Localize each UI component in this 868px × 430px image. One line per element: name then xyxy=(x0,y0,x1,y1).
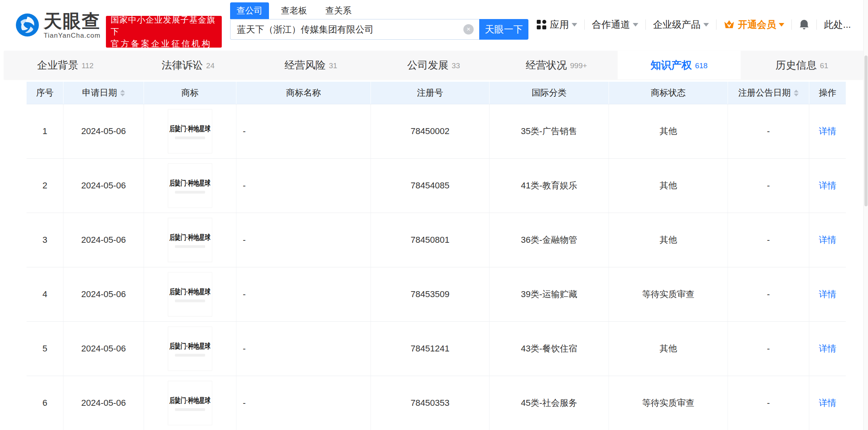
cell-action: 详情 xyxy=(809,322,846,376)
cell-intl-class: 43类-餐饮住宿 xyxy=(490,322,609,376)
nav-enterprise[interactable]: 企业级产品 xyxy=(653,18,709,31)
cell-intl-class: 39类-运输贮藏 xyxy=(490,267,609,321)
page-scrollbar[interactable] xyxy=(863,0,868,430)
cell-apply-date: 2024-05-06 xyxy=(63,267,144,321)
cell-apply-date: 2024-05-06 xyxy=(63,322,144,376)
sort-icon[interactable] xyxy=(120,90,125,96)
trademark-image[interactable]: 后陡门·种地星球 xyxy=(168,218,212,262)
trademark-image[interactable]: 后陡门·种地星球 xyxy=(168,109,212,154)
search-tab-company[interactable]: 查公司 xyxy=(230,2,269,19)
tab-count: 31 xyxy=(329,61,337,70)
logo-text[interactable]: 天眼查 TianYanCha.com xyxy=(44,11,101,40)
search-tab-relation[interactable]: 查关系 xyxy=(319,2,358,19)
tianyancha-trademark-page: 天眼查 TianYanCha.com 国家中小企业发展子基金旗下 官方备案企业征… xyxy=(0,0,868,430)
nav-partner[interactable]: 合作通道 xyxy=(592,18,638,31)
cell-status: 其他 xyxy=(609,104,728,158)
table-row: 1 2024-05-06 后陡门·种地星球 - 78450002 35类-广告销… xyxy=(27,104,846,159)
col-header-trademark: 商标 xyxy=(144,82,236,104)
trademark-image[interactable]: 后陡门·种地星球 xyxy=(168,163,212,208)
cell-reg-no: 78454085 xyxy=(371,159,490,213)
site-header: 天眼查 TianYanCha.com 国家中小企业发展子基金旗下 官方备案企业征… xyxy=(0,0,868,50)
col-header-announce-date[interactable]: 注册公告日期 xyxy=(728,82,809,104)
cell-apply-date: 2024-05-06 xyxy=(63,104,144,158)
cell-trademark-name: - xyxy=(236,322,371,376)
cell-status: 等待实质审查 xyxy=(609,376,728,430)
cell-trademark: 后陡门·种地星球 xyxy=(144,376,236,430)
cell-intl-class: 35类-广告销售 xyxy=(490,104,609,158)
badge-line2: 官方备案企业征信机构 xyxy=(111,38,217,50)
detail-link[interactable]: 详情 xyxy=(819,180,836,192)
cell-announce-date: - xyxy=(728,104,809,158)
cell-index: 2 xyxy=(27,159,63,213)
cell-apply-date: 2024-05-06 xyxy=(63,213,144,267)
crown-icon xyxy=(724,19,735,30)
trademark-watermark xyxy=(175,245,205,248)
cell-announce-date: - xyxy=(728,322,809,376)
divider xyxy=(791,19,792,30)
cell-trademark: 后陡门·种地星球 xyxy=(144,322,236,376)
table-row: 4 2024-05-06 后陡门·种地星球 - 78453509 39类-运输贮… xyxy=(27,267,846,322)
tab-history-info[interactable]: 历史信息 61 xyxy=(741,51,863,79)
tab-label: 经营状况 xyxy=(526,58,567,72)
clear-search-icon[interactable]: × xyxy=(463,24,474,35)
cell-apply-date: 2024-05-06 xyxy=(63,159,144,213)
search-area: 查公司 查老板 查关系 × 天眼一下 xyxy=(230,4,528,40)
tianyancha-logo-icon[interactable] xyxy=(16,13,39,36)
tab-count: 618 xyxy=(695,61,708,70)
cell-status: 其他 xyxy=(609,213,728,267)
chevron-down-icon xyxy=(779,23,784,27)
cell-trademark: 后陡门·种地星球 xyxy=(144,267,236,321)
tab-count: 61 xyxy=(820,61,828,70)
search-tab-boss[interactable]: 查老板 xyxy=(275,2,313,19)
cell-announce-date: - xyxy=(728,376,809,430)
cell-trademark: 后陡门·种地星球 xyxy=(144,213,236,267)
top-nav: 应用 合作通道 企业级产品 开通会员 xyxy=(536,15,868,34)
tab-legal-litigation[interactable]: 法律诉讼 24 xyxy=(127,51,249,79)
col-label: 注册公告日期 xyxy=(738,87,791,99)
cell-trademark: 后陡门·种地星球 xyxy=(144,104,236,158)
trademark-image[interactable]: 后陡门·种地星球 xyxy=(168,326,212,371)
detail-link[interactable]: 详情 xyxy=(819,234,836,246)
trademark-image[interactable]: 后陡门·种地星球 xyxy=(168,381,212,425)
col-header-apply-date[interactable]: 申请日期 xyxy=(63,82,144,104)
tab-company-development[interactable]: 公司发展 33 xyxy=(372,51,495,79)
detail-link[interactable]: 详情 xyxy=(819,397,836,409)
tab-operation-status[interactable]: 经营状况 999+ xyxy=(495,51,618,79)
divider xyxy=(645,19,646,30)
chevron-down-icon xyxy=(572,23,577,27)
detail-link[interactable]: 详情 xyxy=(819,125,836,137)
trademark-image-text: 后陡门·种地星球 xyxy=(169,124,210,134)
gov-certification-badge: 国家中小企业发展子基金旗下 官方备案企业征信机构 xyxy=(106,16,222,48)
scrollbar-thumb[interactable] xyxy=(864,56,868,206)
nav-open-member[interactable]: 开通会员 xyxy=(724,18,784,31)
cell-status: 其他 xyxy=(609,322,728,376)
cell-status: 等待实质审查 xyxy=(609,267,728,321)
divider xyxy=(716,19,716,30)
cell-trademark-name: - xyxy=(236,159,371,213)
user-menu[interactable]: 此处... xyxy=(824,18,868,31)
col-header-trademark-name: 商标名称 xyxy=(236,82,371,104)
tab-label: 法律诉讼 xyxy=(162,58,203,72)
tab-count: 999+ xyxy=(570,61,587,70)
detail-link[interactable]: 详情 xyxy=(819,343,836,355)
tab-company-background[interactable]: 企业背景 112 xyxy=(4,51,127,79)
nav-apps[interactable]: 应用 xyxy=(536,18,577,31)
detail-link[interactable]: 详情 xyxy=(819,288,836,300)
trademark-image[interactable]: 后陡门·种地星球 xyxy=(168,272,212,317)
search-input[interactable] xyxy=(230,19,479,40)
cell-index: 1 xyxy=(27,104,63,158)
tab-count: 33 xyxy=(451,61,460,70)
table-header-row: 序号 申请日期 商标 商标名称 注册号 国际分类 商标状态 注册公告日期 操作 xyxy=(27,82,846,104)
tab-intellectual-property[interactable]: 知识产权 618 xyxy=(618,51,740,79)
trademark-image-text: 后陡门·种地星球 xyxy=(169,287,210,297)
sort-icon[interactable] xyxy=(794,90,799,96)
cell-index: 5 xyxy=(27,322,63,376)
cell-intl-class: 36类-金融物管 xyxy=(490,213,609,267)
notification-bell[interactable] xyxy=(799,19,809,30)
cell-announce-date: - xyxy=(728,159,809,213)
cell-reg-no: 78451241 xyxy=(371,322,490,376)
nav-apps-label: 应用 xyxy=(550,18,569,31)
search-box: × 天眼一下 xyxy=(230,19,528,40)
search-button[interactable]: 天眼一下 xyxy=(479,19,528,40)
tab-operation-risk[interactable]: 经营风险 31 xyxy=(250,51,372,79)
